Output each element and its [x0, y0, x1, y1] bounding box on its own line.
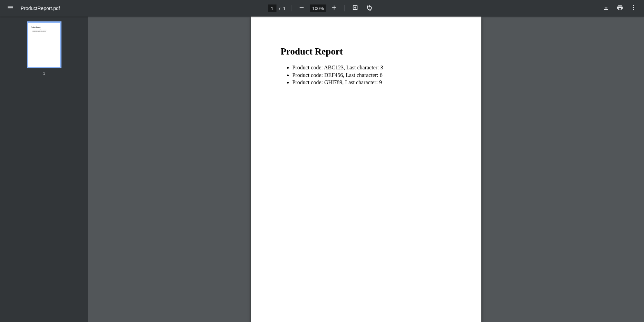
pdf-toolbar: ProductReport.pdf / 1 — [0, 0, 644, 17]
plus-icon — [331, 4, 338, 12]
document-viewport[interactable]: Product Report Product code: ABC123, Las… — [88, 17, 644, 322]
thumbnail-page-label: 1 — [43, 71, 45, 76]
document-page: Product Report Product code: ABC123, Las… — [251, 17, 481, 322]
document-filename: ProductReport.pdf — [21, 6, 60, 11]
divider — [345, 5, 345, 11]
document-list: Product code: ABC123, Last character: 3 … — [281, 64, 452, 86]
print-button[interactable] — [614, 2, 626, 14]
thumbnail-sidebar[interactable]: Product Report Product code: ABC123, Las… — [0, 17, 88, 322]
download-icon — [603, 4, 609, 12]
thumbnail-item[interactable]: Product Report Product code: ABC123, Las… — [27, 21, 61, 76]
thumbnail-line: Product code: GHI789, Last character: 9 — [32, 31, 57, 32]
page-thumbnail[interactable]: Product Report Product code: ABC123, Las… — [27, 21, 61, 68]
menu-button[interactable] — [4, 2, 17, 14]
document-title: Product Report — [281, 46, 452, 57]
page-separator: / — [278, 6, 281, 11]
print-icon — [616, 4, 623, 12]
svg-point-1 — [633, 7, 634, 8]
more-vertical-icon — [630, 4, 637, 12]
zoom-out-button[interactable] — [296, 2, 308, 14]
list-item: Product code: GHI789, Last character: 9 — [292, 79, 452, 86]
list-item: Product code: ABC123, Last character: 3 — [292, 64, 452, 71]
svg-point-2 — [633, 9, 634, 10]
fit-page-icon — [352, 4, 359, 12]
rotate-button[interactable] — [364, 2, 376, 14]
zoom-in-button[interactable] — [328, 2, 340, 14]
minus-icon — [298, 4, 305, 12]
svg-point-0 — [633, 5, 634, 6]
download-button[interactable] — [600, 2, 612, 14]
viewer-body: Product Report Product code: ABC123, Las… — [0, 17, 644, 322]
page-total: 1 — [283, 6, 287, 11]
toolbar-right — [600, 2, 640, 14]
list-item: Product code: DEF456, Last character: 6 — [292, 71, 452, 79]
toolbar-center: / 1 — [268, 2, 376, 14]
thumbnail-title: Product Report — [31, 26, 57, 28]
page-number-input[interactable] — [268, 4, 276, 12]
thumbnail-preview: Product Report Product code: ABC123, Las… — [28, 23, 60, 67]
more-actions-button[interactable] — [627, 2, 640, 14]
menu-icon — [7, 4, 14, 12]
toolbar-left: ProductReport.pdf — [4, 2, 60, 14]
zoom-level-input[interactable] — [310, 4, 326, 12]
rotate-icon — [366, 4, 373, 12]
fit-page-button[interactable] — [349, 2, 362, 14]
divider — [291, 5, 291, 11]
